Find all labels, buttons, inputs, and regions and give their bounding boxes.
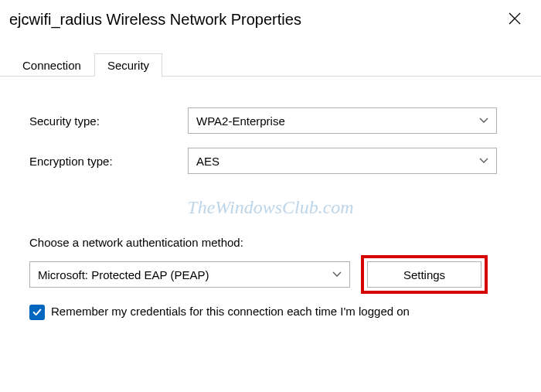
tab-security[interactable]: Security	[94, 53, 162, 77]
security-type-select[interactable]: WPA2-Enterprise	[188, 107, 497, 134]
security-type-label: Security type:	[29, 114, 188, 128]
chevron-down-icon	[479, 115, 488, 126]
window-title: ejcwifi_radius Wireless Network Properti…	[9, 11, 301, 29]
chevron-down-icon	[332, 269, 342, 280]
encryption-type-label: Encryption type:	[29, 155, 188, 168]
close-button[interactable]	[499, 8, 530, 31]
auth-method-value: Microsoft: Protected EAP (PEAP)	[38, 268, 209, 281]
remember-credentials-checkbox[interactable]	[29, 305, 45, 320]
check-icon	[32, 307, 43, 318]
chevron-down-icon	[479, 155, 488, 166]
tabs-container: Connection Security	[0, 53, 541, 77]
close-icon	[509, 11, 521, 29]
settings-button[interactable]: Settings	[367, 261, 481, 288]
remember-credentials-label[interactable]: Remember my credentials for this connect…	[51, 303, 410, 319]
security-type-value: WPA2-Enterprise	[196, 114, 285, 128]
tab-connection[interactable]: Connection	[9, 53, 94, 77]
auth-method-label: Choose a network authentication method:	[29, 236, 519, 249]
auth-method-select[interactable]: Microsoft: Protected EAP (PEAP)	[29, 261, 350, 288]
settings-highlight-box: Settings	[361, 255, 488, 294]
encryption-type-value: AES	[196, 155, 219, 168]
encryption-type-select[interactable]: AES	[188, 148, 497, 174]
